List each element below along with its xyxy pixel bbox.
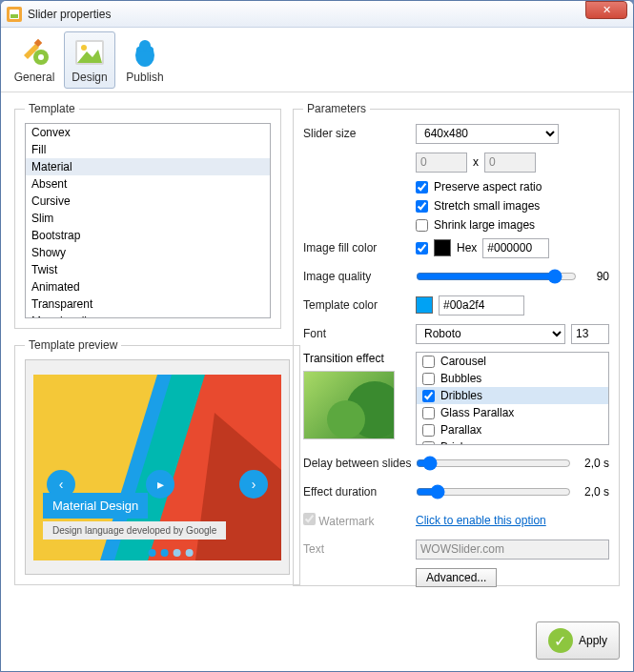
preview-dots [149,549,194,557]
quality-label: Image quality [303,270,416,283]
svg-point-12 [146,47,153,52]
dot[interactable] [186,549,194,557]
tplcolor-label: Template color [303,298,416,312]
fill-color-swatch[interactable] [434,239,451,256]
template-listbox[interactable]: ConvexFillMaterialAbsentCursiveSlimBoots… [25,123,271,318]
preserve-checkbox[interactable] [416,181,428,193]
watermark-label: Watermark [318,515,374,528]
transition-item[interactable]: Glass Parallax [417,404,608,421]
template-item[interactable]: Animated [26,278,270,295]
tplcolor-input[interactable] [439,295,524,316]
publish-icon [129,36,161,69]
transition-checkbox[interactable] [422,390,435,402]
transition-checkbox[interactable] [422,373,435,385]
dot[interactable] [149,549,156,557]
transition-item-label: Carousel [440,355,486,368]
width-input[interactable] [416,153,467,173]
transition-checkbox[interactable] [422,441,435,446]
dot[interactable] [174,549,181,557]
template-item[interactable]: Material [26,158,270,175]
slider-size-label: Slider size [303,127,416,140]
template-item[interactable]: Transparent [26,295,270,313]
transition-item[interactable]: Brick [417,438,608,445]
shrink-checkbox[interactable] [416,219,428,232]
fill-checkbox[interactable] [416,242,428,255]
transition-checkbox[interactable] [422,424,435,437]
apply-button[interactable]: ✓ Apply [536,621,620,660]
duration-slider[interactable] [416,484,571,499]
template-item[interactable]: Megalopolis [26,313,270,318]
stretch-label: Stretch small images [434,199,540,213]
template-item[interactable]: Absent [26,175,270,193]
template-legend: Template [25,102,79,115]
quality-slider[interactable] [416,269,577,284]
tab-design[interactable]: Design [64,31,115,89]
transition-item[interactable]: Parallax [417,421,608,438]
delay-slider[interactable] [416,456,571,471]
font-select[interactable]: Roboto [416,324,565,344]
content: Template ConvexFillMaterialAbsentCursive… [1,92,633,605]
parameters-legend: Parameters [303,102,370,115]
tplcolor-swatch[interactable] [416,296,433,314]
left-column: Template ConvexFillMaterialAbsentCursive… [14,102,281,596]
enable-link[interactable]: Click to enable this option [416,514,546,527]
slider-size-select[interactable]: 640x480 [416,124,559,144]
fill-color-label: Image fill color [303,241,416,255]
transition-item-label: Bubbles [440,372,481,385]
preview-legend: Template preview [25,338,121,352]
close-button[interactable]: ✕ [585,1,627,19]
transition-preview [303,371,395,439]
template-item[interactable]: Cursive [26,193,270,210]
preview-subtitle: Design language developed by Google [43,521,226,540]
transition-item-label: Parallax [440,423,481,437]
tab-publish-label: Publish [126,71,163,84]
delay-label: Delay between slides [303,457,416,470]
window: Slider properties ✕ General Design Publi… [0,0,634,672]
preview-title: Material Design [43,493,148,519]
transition-checkbox[interactable] [422,356,435,368]
template-item[interactable]: Fill [26,141,270,158]
template-item[interactable]: Convex [26,124,270,141]
transition-item[interactable]: Dribbles [417,387,608,404]
play-icon[interactable]: ▸ [146,470,174,499]
dot[interactable] [161,549,169,557]
footer: ✓ Apply [536,621,620,660]
template-item[interactable]: Bootstrap [26,227,270,244]
font-size-input[interactable] [571,324,609,344]
transition-item[interactable]: Carousel [417,353,608,370]
transition-checkbox[interactable] [422,407,435,419]
image-icon [73,36,106,69]
tab-design-label: Design [72,71,107,84]
duration-value: 2,0 s [577,485,609,499]
tab-general-label: General [14,71,55,84]
check-icon: ✓ [548,628,573,653]
transition-item[interactable]: Bubbles [417,370,608,387]
preview-image: ‹ ▸ › Material Design Design language de… [33,375,281,560]
fill-hex-input[interactable] [482,238,549,258]
stretch-checkbox[interactable] [416,200,428,213]
height-input[interactable] [484,153,536,173]
x-label: x [473,155,479,169]
transition-item-label: Brick [440,440,466,445]
transition-listbox[interactable]: CarouselBubblesDribblesGlass ParallaxPar… [416,352,609,445]
text-input [416,540,609,560]
next-arrow-icon[interactable]: › [239,470,268,499]
delay-value: 2,0 s [577,457,609,470]
apply-label: Apply [579,634,607,647]
titlebar: Slider properties ✕ [1,1,633,28]
font-label: Font [303,327,416,340]
gear-icon [18,36,51,69]
template-item[interactable]: Showy [26,244,270,261]
tab-publish[interactable]: Publish [119,31,171,89]
app-icon [7,7,22,22]
hex-label: Hex [457,241,477,255]
tab-general[interactable]: General [9,31,60,89]
template-item[interactable]: Slim [26,210,270,227]
template-group: Template ConvexFillMaterialAbsentCursive… [14,102,281,329]
advanced-button[interactable]: Advanced... [416,568,497,587]
trans-label: Transition effect [303,352,416,365]
window-title: Slider properties [28,8,585,21]
duration-label: Effect duration [303,485,416,499]
quality-value: 90 [583,270,609,283]
template-item[interactable]: Twist [26,261,270,278]
